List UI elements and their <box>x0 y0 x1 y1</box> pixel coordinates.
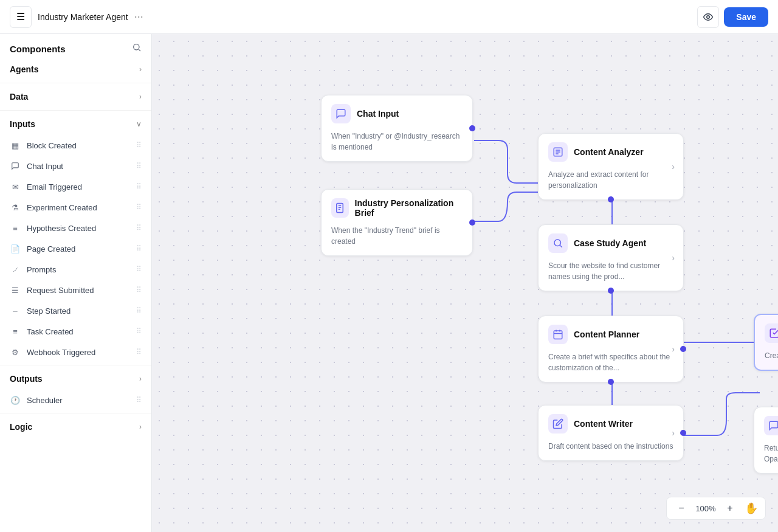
menu-button[interactable]: ☰ <box>10 6 32 28</box>
output-port-right[interactable] <box>680 430 686 436</box>
content-analyzer-icon <box>548 142 568 162</box>
drag-handle-icon[interactable]: ⠿ <box>136 348 142 356</box>
list-item[interactable]: ≡ Hypothesis Created ⠿ <box>0 218 151 238</box>
list-item[interactable]: ≡ Task Created ⠿ <box>0 321 151 342</box>
content-planner-title: Content Planner <box>574 330 639 339</box>
svg-rect-11 <box>554 331 562 339</box>
flow-canvas[interactable]: Chat Input When "Industry" or @Industry_… <box>152 34 778 532</box>
chat-output-icon <box>764 416 778 435</box>
step-started-icon: ⏤ <box>10 305 21 316</box>
list-item[interactable]: 📄 Page Created ⠿ <box>0 238 151 259</box>
content-analyzer-node[interactable]: Content Analyzer Analyze and extract con… <box>538 133 684 200</box>
chevron-down-icon: ∨ <box>136 120 142 128</box>
content-planner-icon <box>548 325 568 344</box>
more-options-button[interactable]: ··· <box>134 10 143 23</box>
main-layout: Components Agents › Data › Inputs ∨ ▦ Bl… <box>0 34 778 532</box>
zoom-level-display: 100% <box>694 504 718 513</box>
case-study-icon <box>548 233 568 253</box>
drag-handle-icon[interactable]: ⠿ <box>136 327 142 336</box>
search-icon[interactable] <box>132 43 142 55</box>
chat-input-node-icon <box>331 104 351 123</box>
list-item[interactable]: Chat Input ⠿ <box>0 156 151 176</box>
content-analyzer-title: Content Analyzer <box>574 147 644 157</box>
page-created-icon: 📄 <box>10 243 21 254</box>
svg-point-10 <box>554 240 561 246</box>
drag-handle-icon[interactable]: ⠿ <box>136 162 142 170</box>
node-expand-icon[interactable]: › <box>672 344 675 354</box>
prompts-icon: ⟋ <box>10 264 21 275</box>
case-study-node[interactable]: Case Study Agent Scour the website to fi… <box>538 224 684 291</box>
task-manager-icon <box>765 323 778 343</box>
industry-brief-title: Industry Personalization Brief <box>355 198 463 218</box>
header-right: Save <box>697 6 768 28</box>
content-writer-node[interactable]: Content Writer Draft content based on th… <box>538 405 684 461</box>
case-study-desc: Scour the website to find customer names… <box>539 258 683 291</box>
output-port-bottom[interactable] <box>608 288 614 294</box>
content-writer-title: Content Writer <box>574 419 633 429</box>
block-created-icon: ▦ <box>10 140 21 151</box>
chat-output-node[interactable]: Chat Output Return the task information … <box>754 407 778 474</box>
drag-handle-icon[interactable]: ⠿ <box>136 244 142 253</box>
output-port[interactable] <box>469 125 475 131</box>
chat-input-node[interactable]: Chat Input When "Industry" or @Industry_… <box>321 95 473 162</box>
task-manager-node[interactable]: Task Manager Create task with the brief … <box>754 314 778 371</box>
content-writer-desc: Draft content based on the instructions <box>539 438 683 460</box>
output-port[interactable] <box>469 219 475 226</box>
content-planner-desc: Create a brief with specifics about the … <box>539 349 683 382</box>
drag-handle-icon[interactable]: ⠿ <box>136 224 142 232</box>
drag-handle-icon[interactable]: ⠿ <box>136 203 142 212</box>
node-expand-icon[interactable]: › <box>672 253 675 263</box>
drag-handle-icon[interactable]: ⠿ <box>136 182 142 191</box>
list-item[interactable]: ⏤ Step Started ⠿ <box>0 300 151 321</box>
task-manager-desc: Create task with the brief and content <box>755 348 778 370</box>
output-port-bottom[interactable] <box>608 196 614 202</box>
chat-input-icon <box>10 161 21 171</box>
sidebar: Components Agents › Data › Inputs ∨ ▦ Bl… <box>0 34 152 532</box>
list-item[interactable]: ⟋ Prompts ⠿ <box>0 259 151 280</box>
sidebar-item-data[interactable]: Data › <box>0 86 151 108</box>
header: ☰ Industry Marketer Agent ··· Save <box>0 0 778 34</box>
drag-handle-icon[interactable]: ⠿ <box>136 396 142 404</box>
svg-point-0 <box>707 15 710 18</box>
hypothesis-created-icon: ≡ <box>10 223 21 233</box>
list-item[interactable]: ✉ Email Triggered ⠿ <box>0 176 151 197</box>
page-title: Industry Marketer Agent <box>38 12 128 22</box>
drag-handle-icon[interactable]: ⠿ <box>136 141 142 150</box>
hand-tool-icon[interactable]: ✋ <box>745 502 758 515</box>
sidebar-item-logic[interactable]: Logic › <box>0 416 151 438</box>
zoom-in-button[interactable]: + <box>723 501 737 516</box>
node-expand-icon[interactable]: › <box>672 162 675 171</box>
drag-handle-icon[interactable]: ⠿ <box>136 265 142 274</box>
preview-button[interactable] <box>697 6 719 28</box>
components-heading: Components <box>10 44 66 54</box>
industry-brief-node[interactable]: Industry Personalization Brief When the … <box>321 189 473 256</box>
save-button[interactable]: Save <box>724 7 768 27</box>
chevron-right-icon: › <box>139 375 142 383</box>
header-left: ☰ Industry Marketer Agent ··· <box>10 6 143 28</box>
webhook-triggered-icon: ⚙ <box>10 347 21 358</box>
zoom-controls: − 100% + ✋ <box>666 497 766 520</box>
list-item[interactable]: ⚙ Webhook Triggered ⠿ <box>0 342 151 362</box>
zoom-out-button[interactable]: − <box>674 501 689 516</box>
case-study-title: Case Study Agent <box>574 238 646 248</box>
output-port-right[interactable] <box>680 346 686 352</box>
sidebar-item-outputs[interactable]: Outputs › <box>0 368 151 390</box>
list-item[interactable]: ⚗ Experiment Created ⠿ <box>0 197 151 218</box>
industry-brief-desc: When the "Industry Trend" brief is creat… <box>322 223 472 255</box>
list-item[interactable]: 🕐 Scheduler ⠿ <box>0 390 151 410</box>
drag-handle-icon[interactable]: ⠿ <box>136 306 142 315</box>
list-item[interactable]: ▦ Block Created ⠿ <box>0 135 151 156</box>
chevron-right-icon: › <box>139 65 142 74</box>
sidebar-header: Components <box>0 34 151 58</box>
chevron-right-icon: › <box>139 423 142 431</box>
node-expand-icon[interactable]: › <box>672 428 675 438</box>
drag-handle-icon[interactable]: ⠿ <box>136 286 142 294</box>
sidebar-item-agents[interactable]: Agents › <box>0 58 151 80</box>
output-port-bottom[interactable] <box>608 379 614 385</box>
sidebar-item-inputs[interactable]: Inputs ∨ <box>0 113 151 135</box>
task-created-icon: ≡ <box>10 326 21 337</box>
chevron-right-icon: › <box>139 92 142 101</box>
content-planner-node[interactable]: Content Planner Create a brief with spec… <box>538 316 684 382</box>
email-triggered-icon: ✉ <box>10 181 21 192</box>
list-item[interactable]: ☰ Request Submitted ⠿ <box>0 280 151 300</box>
